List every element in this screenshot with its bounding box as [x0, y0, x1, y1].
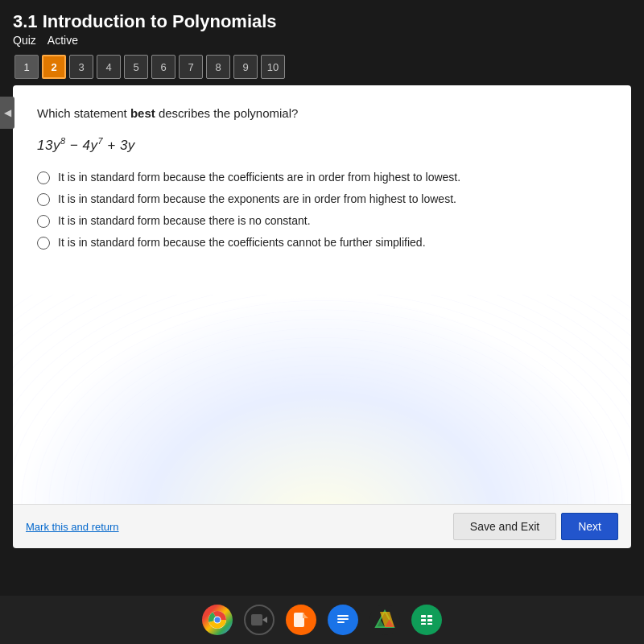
- question-nav-btn-8[interactable]: 8: [206, 55, 230, 79]
- svg-rect-9: [337, 615, 349, 617]
- save-exit-button[interactable]: Save and Exit: [453, 513, 556, 540]
- svg-point-3: [215, 617, 221, 623]
- left-arrow-icon: ◀: [4, 107, 11, 118]
- question-text-after: describes the polynomial?: [155, 106, 299, 120]
- left-arrow-tab[interactable]: ◀: [0, 97, 14, 129]
- sheets-icon[interactable]: [411, 605, 442, 635]
- svg-rect-10: [337, 618, 349, 620]
- drive-icon[interactable]: [328, 605, 358, 635]
- action-buttons: Save and Exit Next: [453, 513, 618, 540]
- active-badge: Active: [47, 34, 78, 47]
- answer-option-3[interactable]: It is in standard form because there is …: [37, 214, 607, 228]
- svg-rect-4: [251, 614, 262, 625]
- radio-4[interactable]: [37, 237, 50, 250]
- answer-text-4: It is in standard form because the coeff…: [58, 236, 426, 249]
- quiz-content: Which statement best describes the polyn…: [13, 85, 631, 504]
- question-text: Which statement best describes the polyn…: [37, 105, 607, 123]
- mark-return-link[interactable]: Mark this and return: [26, 521, 119, 533]
- files-icon[interactable]: [286, 605, 316, 635]
- question-nav-btn-1[interactable]: 1: [14, 55, 39, 79]
- answer-text-3: It is in standard form because there is …: [58, 214, 311, 227]
- svg-rect-18: [421, 615, 426, 617]
- video-icon[interactable]: [244, 605, 275, 635]
- radio-2[interactable]: [37, 193, 50, 206]
- radio-3[interactable]: [37, 215, 50, 228]
- google-drive-icon[interactable]: [369, 605, 400, 635]
- taskbar: [0, 596, 644, 644]
- question-nav-btn-9[interactable]: 9: [233, 55, 258, 79]
- svg-rect-19: [427, 615, 432, 617]
- svg-rect-22: [421, 623, 426, 625]
- polynomial-expression: 13y8 − 4y7 + 3y: [37, 136, 607, 154]
- question-bold: best: [130, 106, 155, 120]
- answer-options: It is in standard form because the coeff…: [37, 171, 607, 250]
- page-title: 3.1 Introduction to Polynomials: [13, 11, 631, 32]
- next-button[interactable]: Next: [561, 513, 618, 540]
- question-nav-btn-4[interactable]: 4: [97, 55, 121, 79]
- svg-rect-11: [337, 621, 345, 623]
- question-nav-btn-5[interactable]: 5: [124, 55, 148, 79]
- answer-option-1[interactable]: It is in standard form because the coeff…: [37, 171, 607, 184]
- quiz-label: Quiz: [13, 34, 36, 47]
- question-nav-btn-6[interactable]: 6: [151, 55, 175, 79]
- svg-rect-21: [427, 619, 432, 621]
- question-text-before: Which statement: [37, 106, 130, 120]
- svg-marker-7: [303, 613, 308, 618]
- wave-decoration: [13, 295, 631, 504]
- radio-1[interactable]: [37, 171, 50, 184]
- svg-rect-20: [421, 619, 426, 621]
- question-nav-btn-3[interactable]: 3: [69, 55, 93, 79]
- action-bar: Mark this and return Save and Exit Next: [13, 504, 631, 548]
- question-nav-btn-7[interactable]: 7: [179, 55, 203, 79]
- answer-text-2: It is in standard form because the expon…: [58, 192, 456, 205]
- question-nav-btn-10[interactable]: 10: [261, 55, 285, 79]
- svg-rect-23: [427, 623, 432, 625]
- chrome-icon[interactable]: [202, 605, 233, 635]
- answer-option-4[interactable]: It is in standard form because the coeff…: [37, 236, 607, 250]
- subtitle-row: Quiz Active: [13, 34, 631, 47]
- answer-option-2[interactable]: It is in standard form because the expon…: [37, 192, 607, 206]
- question-nav: 12345678910: [13, 55, 631, 79]
- answer-text-1: It is in standard form because the coeff…: [58, 171, 460, 184]
- header: 3.1 Introduction to Polynomials Quiz Act…: [0, 0, 644, 85]
- question-nav-btn-2[interactable]: 2: [42, 55, 66, 79]
- svg-marker-5: [262, 617, 267, 623]
